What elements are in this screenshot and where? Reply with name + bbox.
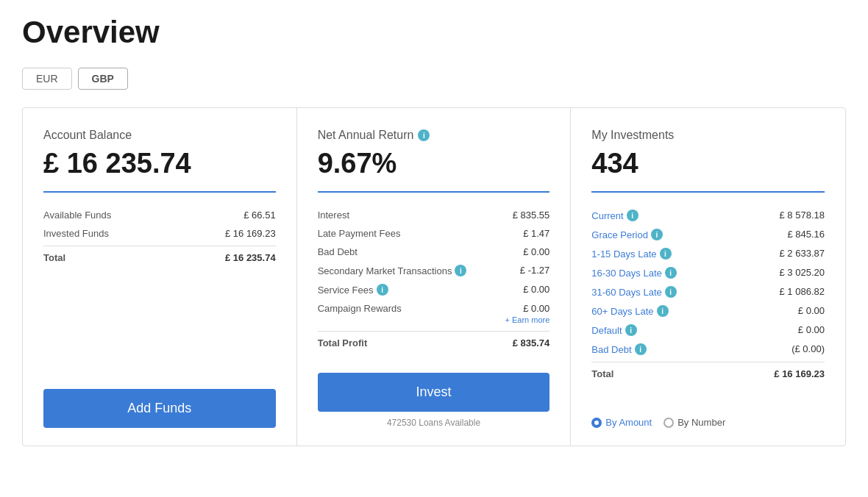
- net-annual-return-divider: [318, 191, 550, 193]
- table-row: Campaign Rewards £ 0.00 + Earn more: [318, 299, 550, 328]
- by-amount-radio-circle: [591, 418, 602, 428]
- 31-60-days-late-info-icon[interactable]: i: [665, 286, 677, 298]
- current-info-icon[interactable]: i: [627, 210, 638, 221]
- bad-debt-link[interactable]: Bad Debt i: [591, 343, 646, 355]
- table-row: Default i £ 0.00: [591, 321, 825, 340]
- net-annual-return-value: 9.67%: [318, 148, 550, 179]
- bad-debt-info-icon[interactable]: i: [635, 343, 647, 355]
- table-row: Available Funds £ 66.51: [43, 206, 276, 224]
- my-investments-card: My Investments 434 Current i £ 8 578.18 …: [571, 108, 845, 446]
- table-row-total: Total £ 16 235.74: [43, 246, 276, 267]
- 16-30-days-late-info-icon[interactable]: i: [665, 267, 677, 279]
- 60-plus-days-late-link[interactable]: 60+ Days Late i: [591, 305, 668, 317]
- my-investments-rows: Current i £ 8 578.18 Grace Period i £ 84…: [591, 206, 825, 408]
- account-balance-card: Account Balance £ 16 235.74 Available Fu…: [23, 108, 297, 446]
- net-annual-return-title: Net Annual Return i: [318, 129, 550, 142]
- my-investments-divider: [591, 191, 825, 193]
- account-balance-title: Account Balance: [43, 129, 276, 142]
- account-balance-rows: Available Funds £ 66.51 Invested Funds £…: [43, 206, 276, 368]
- by-amount-label: By Amount: [605, 417, 652, 428]
- currency-eur-button[interactable]: EUR: [22, 68, 72, 90]
- net-annual-return-card: Net Annual Return i 9.67% Interest £ 835…: [297, 108, 572, 446]
- service-fees-info-icon[interactable]: i: [377, 284, 388, 296]
- page-title: Overview: [22, 15, 846, 50]
- table-row: 31-60 Days Late i £ 1 086.82: [591, 282, 825, 301]
- 1-15-days-late-link[interactable]: 1-15 Days Late i: [591, 248, 671, 260]
- account-balance-divider: [43, 191, 276, 193]
- cards-container: Account Balance £ 16 235.74 Available Fu…: [22, 107, 846, 446]
- table-row: Bad Debt i (£ 0.00): [591, 340, 825, 359]
- table-row: 1-15 Days Late i £ 2 633.87: [591, 244, 825, 263]
- account-balance-value: £ 16 235.74: [43, 148, 276, 179]
- table-row: Current i £ 8 578.18: [591, 206, 825, 225]
- by-number-label: By Number: [677, 417, 725, 428]
- add-funds-button[interactable]: Add Funds: [43, 389, 276, 428]
- table-row: Service Fees i £ 0.00: [318, 280, 550, 299]
- net-annual-return-info-icon[interactable]: i: [418, 129, 430, 141]
- default-link[interactable]: Default i: [591, 324, 636, 336]
- table-row: Invested Funds £ 16 169.23: [43, 224, 276, 243]
- table-row: Grace Period i £ 845.16: [591, 225, 825, 244]
- 1-15-days-late-info-icon[interactable]: i: [660, 248, 672, 260]
- grace-period-info-icon[interactable]: i: [651, 229, 663, 240]
- table-row: Interest £ 835.55: [318, 206, 550, 224]
- table-row-total: Total £ 16 169.23: [591, 362, 825, 383]
- earn-more-link[interactable]: + Earn more: [505, 315, 549, 324]
- table-row: 16-30 Days Late i £ 3 025.20: [591, 263, 825, 282]
- table-row: 60+ Days Late i £ 0.00: [591, 301, 825, 321]
- currency-selector: EUR GBP: [22, 68, 846, 90]
- table-row: Late Payment Fees £ 1.47: [318, 224, 550, 243]
- my-investments-value: 434: [591, 148, 825, 179]
- current-link[interactable]: Current i: [591, 210, 638, 221]
- secondary-market-info-icon[interactable]: i: [455, 265, 466, 276]
- by-number-radio-circle: [664, 418, 674, 428]
- table-row-total: Total Profit £ 835.74: [318, 331, 550, 352]
- by-amount-radio[interactable]: By Amount: [591, 417, 652, 428]
- net-annual-return-rows: Interest £ 835.55 Late Payment Fees £ 1.…: [318, 206, 550, 352]
- 16-30-days-late-link[interactable]: 16-30 Days Late i: [591, 267, 676, 279]
- 31-60-days-late-link[interactable]: 31-60 Days Late i: [591, 286, 676, 298]
- grace-period-link[interactable]: Grace Period i: [591, 229, 663, 240]
- invest-button[interactable]: Invest: [318, 373, 550, 412]
- by-number-radio[interactable]: By Number: [664, 417, 725, 428]
- table-row: Secondary Market Transactions i £ -1.27: [318, 261, 550, 280]
- currency-gbp-button[interactable]: GBP: [78, 68, 128, 90]
- 60-plus-days-late-info-icon[interactable]: i: [657, 305, 669, 317]
- default-info-icon[interactable]: i: [625, 324, 637, 336]
- loans-available-text: 472530 Loans Available: [318, 418, 550, 428]
- table-row: Bad Debt £ 0.00: [318, 243, 550, 261]
- investment-view-radio-group: By Amount By Number: [591, 417, 825, 428]
- my-investments-title: My Investments: [591, 129, 825, 142]
